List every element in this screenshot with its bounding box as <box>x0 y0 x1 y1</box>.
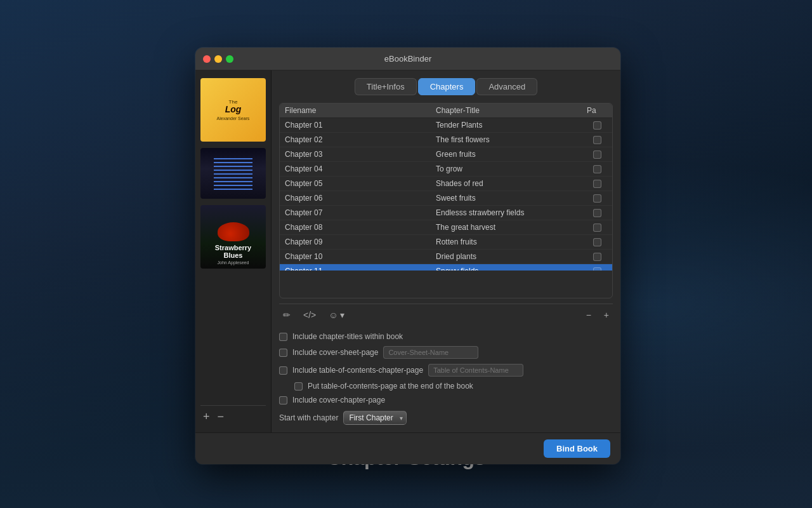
label-include-cover-sheet: Include cover-sheet-page <box>292 348 378 357</box>
start-select-wrapper: First Chapter Chapter 01 Chapter 02 <box>343 411 407 425</box>
remove-chapter-button[interactable]: − <box>582 308 595 322</box>
window-footer: Bind Book <box>195 432 620 464</box>
check-include-toc[interactable] <box>279 366 287 375</box>
cell-chapter-title: Tender Plants <box>436 121 587 130</box>
cell-filename: Chapter 04 <box>285 164 436 173</box>
book1-title: Log <box>225 105 242 114</box>
toc-input[interactable] <box>428 364 523 377</box>
window-content: The Log Alexander Sears StrawberryBlues … <box>195 70 620 432</box>
row-checkbox[interactable] <box>593 238 601 246</box>
cell-chapter-title: Sweet fruits <box>436 194 587 203</box>
main-panel: Title+Infos Chapters Advanced Filename C… <box>272 70 620 432</box>
table-row[interactable]: Chapter 11Snowy fields <box>280 264 612 271</box>
check-include-cover-sheet[interactable] <box>279 349 287 357</box>
cell-filename: Chapter 02 <box>285 135 436 144</box>
cell-checkbox <box>587 267 607 271</box>
book3-title: StrawberryBlues <box>215 244 251 259</box>
book2-cover <box>214 156 253 191</box>
table-row[interactable]: Chapter 09Rotten fruits <box>280 235 612 250</box>
col-chapter-title: Chapter-Title <box>436 106 587 115</box>
cell-checkbox <box>587 121 607 130</box>
row-checkbox[interactable] <box>593 180 601 188</box>
start-with-label: Start with chapter <box>279 413 338 422</box>
chapter-toolbar: ✏ </> ☺ ▾ − + <box>279 304 613 326</box>
book-thumbnail-3[interactable]: StrawberryBlues John Appleseed <box>200 205 266 269</box>
table-row[interactable]: Chapter 07Endlesss strawberry fields <box>280 206 612 220</box>
row-checkbox[interactable] <box>593 209 601 217</box>
label-include-cover-chapter: Include cover-chapter-page <box>292 396 385 404</box>
check-include-chapter-titles[interactable] <box>279 333 287 341</box>
cell-filename: Chapter 01 <box>285 121 436 130</box>
cell-checkbox <box>587 150 607 159</box>
row-checkbox[interactable] <box>593 253 601 261</box>
row-checkbox[interactable] <box>593 267 601 271</box>
cell-filename: Chapter 08 <box>285 223 436 232</box>
cover-sheet-input[interactable] <box>383 346 478 359</box>
cell-checkbox <box>587 224 607 232</box>
book-thumbnail-1[interactable]: The Log Alexander Sears <box>200 78 266 142</box>
chapter-table: Filename Chapter-Title Pa Chapter 01Tend… <box>279 103 613 298</box>
label-include-toc: Include table-of-contents-chapter-page <box>292 366 423 375</box>
code-button[interactable]: </> <box>299 308 320 322</box>
table-row[interactable]: Chapter 08The great harvest <box>280 220 612 235</box>
add-book-button[interactable]: + <box>203 411 210 422</box>
table-row[interactable]: Chapter 10Dried plants <box>280 250 612 264</box>
table-row[interactable]: Chapter 06Sweet fruits <box>280 191 612 206</box>
cell-checkbox <box>587 165 607 173</box>
cell-filename: Chapter 06 <box>285 194 436 203</box>
emoji-button[interactable]: ☺ ▾ <box>325 308 348 322</box>
row-checkbox[interactable] <box>593 165 601 173</box>
toolbar-right: − + <box>582 308 613 322</box>
window-title: eBookBinder <box>384 54 431 64</box>
option-include-cover-chapter: Include cover-chapter-page <box>279 396 613 404</box>
table-row[interactable]: Chapter 02The first flowers <box>280 133 612 147</box>
tab-title-infos[interactable]: Title+Infos <box>355 78 417 95</box>
cell-chapter-title: Snowy fields <box>436 267 587 271</box>
label-include-chapter-titles: Include chapter-titles within book <box>292 332 403 341</box>
cell-chapter-title: Shades of red <box>436 179 587 188</box>
add-chapter-button[interactable]: + <box>600 308 613 322</box>
label-toc-end: Put table-of-contents-page at the end of… <box>308 382 473 391</box>
remove-book-button[interactable]: − <box>218 411 225 422</box>
cell-filename: Chapter 11 <box>285 267 436 271</box>
cell-checkbox <box>587 180 607 188</box>
options-section: Include chapter-titles within book Inclu… <box>279 332 613 425</box>
table-row[interactable]: Chapter 03Green fruits <box>280 147 612 162</box>
row-checkbox[interactable] <box>593 224 601 232</box>
tab-bar: Title+Infos Chapters Advanced <box>279 78 613 95</box>
cell-filename: Chapter 10 <box>285 252 436 261</box>
col-pa: Pa <box>587 106 607 115</box>
cell-filename: Chapter 07 <box>285 208 436 217</box>
start-chapter-select[interactable]: First Chapter Chapter 01 Chapter 02 <box>343 411 407 425</box>
table-row[interactable]: Chapter 05Shades of red <box>280 177 612 191</box>
cell-filename: Chapter 09 <box>285 237 436 246</box>
tab-advanced[interactable]: Advanced <box>476 78 537 95</box>
edit-button[interactable]: ✏ <box>279 308 294 322</box>
cell-filename: Chapter 05 <box>285 179 436 188</box>
book3-author: John Appleseed <box>218 260 249 265</box>
maximize-button[interactable] <box>226 55 233 63</box>
table-row[interactable]: Chapter 04To grow <box>280 162 612 177</box>
cell-chapter-title: Rotten fruits <box>436 237 587 246</box>
bind-book-button[interactable]: Bind Book <box>544 439 610 458</box>
table-header: Filename Chapter-Title Pa <box>280 104 612 118</box>
check-include-cover-chapter[interactable] <box>279 396 287 404</box>
row-checkbox[interactable] <box>593 136 601 144</box>
cell-checkbox <box>587 194 607 203</box>
tab-chapters[interactable]: Chapters <box>418 78 476 95</box>
check-toc-end[interactable] <box>294 382 303 391</box>
cell-chapter-title: Endlesss strawberry fields <box>436 208 587 217</box>
close-button[interactable] <box>203 55 211 63</box>
cell-filename: Chapter 03 <box>285 150 436 159</box>
cell-chapter-title: To grow <box>436 164 587 173</box>
cell-checkbox <box>587 136 607 144</box>
table-row[interactable]: Chapter 01Tender Plants <box>280 118 612 133</box>
row-checkbox[interactable] <box>593 194 601 203</box>
option-include-cover-sheet: Include cover-sheet-page <box>279 346 613 359</box>
row-checkbox[interactable] <box>593 121 601 130</box>
row-checkbox[interactable] <box>593 150 601 159</box>
minimize-button[interactable] <box>214 55 222 63</box>
book-thumbnail-2[interactable] <box>200 148 266 199</box>
cell-chapter-title: The great harvest <box>436 223 587 232</box>
cell-chapter-title: Dried plants <box>436 252 587 261</box>
